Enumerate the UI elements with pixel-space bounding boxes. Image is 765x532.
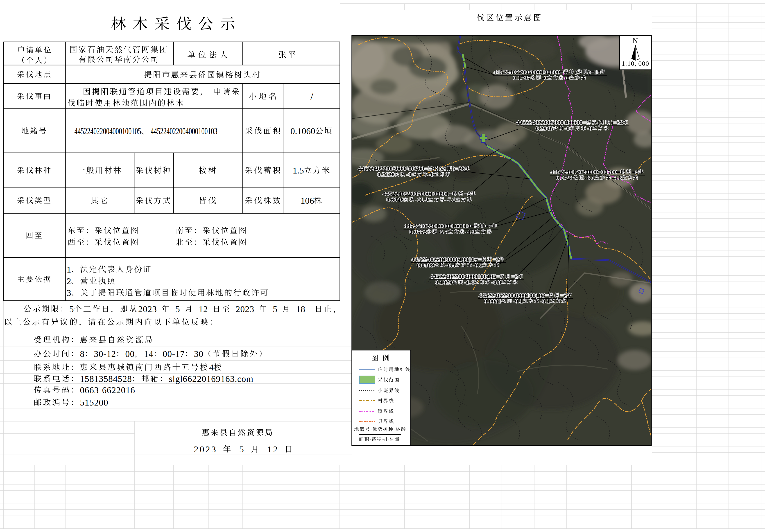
svg-text:106: 106 xyxy=(301,196,314,206)
svg-text:5: 5 xyxy=(175,304,180,314)
svg-text:5: 5 xyxy=(239,444,245,454)
svg-text:4: 4 xyxy=(209,362,214,372)
svg-text:1.5: 1.5 xyxy=(293,166,304,176)
svg-text:5: 5 xyxy=(273,304,278,314)
svg-text:0663-6622016: 0663-6622016 xyxy=(80,385,135,395)
svg-text:515200: 515200 xyxy=(80,397,108,407)
svg-text:14: 14 xyxy=(144,349,153,359)
svg-text:0.1060: 0.1060 xyxy=(291,126,315,136)
svg-text:445224022004000100103: 445224022004000100103 xyxy=(151,126,217,136)
svg-text:8: 8 xyxy=(80,349,85,359)
svg-text:30: 30 xyxy=(194,349,204,359)
svg-text:-: - xyxy=(371,426,372,432)
svg-text:15813584528: 15813584528 xyxy=(80,374,132,384)
svg-text:00-17: 00-17 xyxy=(163,349,185,359)
svg-text:/: / xyxy=(311,91,314,102)
svg-text:00: 00 xyxy=(125,349,135,359)
svg-text:5: 5 xyxy=(69,304,74,314)
svg-text:2023: 2023 xyxy=(194,444,217,454)
svg-text:-: - xyxy=(394,426,395,432)
svg-text:445224022004000100105: 445224022004000100105 xyxy=(75,126,141,136)
svg-text:3: 3 xyxy=(67,288,71,298)
svg-text:N: N xyxy=(633,36,638,45)
svg-text:30-12: 30-12 xyxy=(94,349,116,359)
svg-text:2023: 2023 xyxy=(236,304,255,314)
svg-text:12: 12 xyxy=(267,444,279,454)
svg-text:-: - xyxy=(382,436,384,442)
svg-text:18: 18 xyxy=(296,304,306,314)
svg-text:slgl66220169163.com: slgl66220169163.com xyxy=(169,374,254,384)
svg-text:1:10, 000: 1:10, 000 xyxy=(622,60,649,67)
svg-text:2023: 2023 xyxy=(138,304,157,314)
svg-text:-: - xyxy=(370,436,372,442)
svg-text:1: 1 xyxy=(67,265,71,274)
svg-text:12: 12 xyxy=(199,304,208,314)
svg-text:2: 2 xyxy=(67,276,71,286)
